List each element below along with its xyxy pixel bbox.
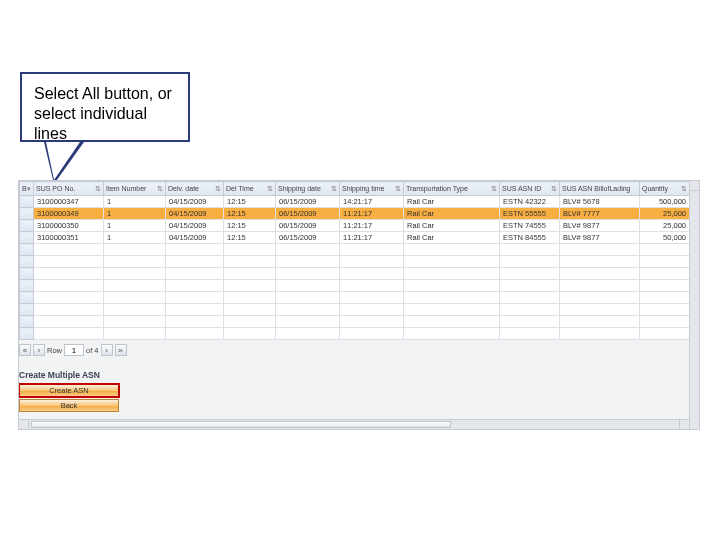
cell-item: 1 [104,208,166,220]
row-selector[interactable] [20,220,34,232]
empty-cell [640,268,690,280]
cell-deltime: 12:15 [224,208,276,220]
empty-cell [166,280,224,292]
empty-cell [104,304,166,316]
table-row[interactable]: 3100000350104/15/200912:1506/15/200911:2… [20,220,690,232]
pager-row-label: Row [47,346,62,355]
empty-cell [340,268,404,280]
cell-deltime: 12:15 [224,196,276,208]
empty-cell [224,292,276,304]
cell-qty: 500,000 [640,196,690,208]
table-row-empty [20,280,690,292]
col-bol-header[interactable]: SUS ASN BillofLading [560,182,640,196]
scroll-thumb[interactable] [31,421,451,428]
empty-cell [640,292,690,304]
empty-cell [500,268,560,280]
table-row[interactable]: 3100000351104/15/200912:1506/15/200911:2… [20,232,690,244]
empty-cell [404,268,500,280]
col-asnid-header[interactable]: SUS ASN ID⇅ [500,182,560,196]
row-selector[interactable] [20,208,34,220]
empty-cell [166,256,224,268]
pager-last[interactable]: » [115,344,127,356]
cell-deltime: 12:15 [224,220,276,232]
empty-cell [224,268,276,280]
empty-cell [34,292,104,304]
empty-cell [224,304,276,316]
scroll-left-icon[interactable] [19,420,29,429]
cell-delvdate: 04/15/2009 [166,208,224,220]
empty-cell [34,316,104,328]
col-delvdate-header[interactable]: Delv. date⇅ [166,182,224,196]
vertical-scrollbar[interactable] [689,181,699,429]
empty-cell [276,280,340,292]
callout-select-lines: Select All button, or select individual … [20,72,190,142]
col-transport-header[interactable]: Transportation Type⇅ [404,182,500,196]
pager-next[interactable]: › [101,344,113,356]
empty-cell [224,256,276,268]
empty-cell [500,256,560,268]
empty-cell [20,280,34,292]
empty-cell [34,268,104,280]
empty-cell [404,292,500,304]
pager-first[interactable]: « [19,344,31,356]
scroll-right-icon[interactable] [679,420,689,429]
cell-delvdate: 04/15/2009 [166,196,224,208]
col-shiptime-header[interactable]: Shipping time⇅ [340,182,404,196]
table-row-empty [20,328,690,340]
row-selector[interactable] [20,232,34,244]
cell-delvdate: 04/15/2009 [166,232,224,244]
empty-cell [34,244,104,256]
table-row-empty [20,244,690,256]
pager-prev[interactable]: ‹ [33,344,45,356]
table-row-empty [20,268,690,280]
cell-item: 1 [104,196,166,208]
empty-cell [340,280,404,292]
table-row[interactable]: 3100000347104/15/200912:1506/15/200914:2… [20,196,690,208]
empty-cell [166,304,224,316]
cell-transport: Rail Car [404,196,500,208]
empty-cell [20,268,34,280]
table-row[interactable]: 3100000349104/15/200912:1506/15/200911:2… [20,208,690,220]
empty-cell [560,316,640,328]
empty-cell [276,244,340,256]
empty-cell [560,304,640,316]
empty-cell [404,316,500,328]
cell-bol: BLV# 5678 [560,196,640,208]
po-lines-table: B▾ SUS PO No.⇅ Item Number⇅ Delv. date⇅ … [19,181,690,340]
scroll-up-icon[interactable] [690,181,699,191]
empty-cell [500,280,560,292]
empty-cell [166,292,224,304]
empty-cell [104,328,166,340]
col-shipdate-header[interactable]: Shipping date⇅ [276,182,340,196]
table-row-empty [20,316,690,328]
cell-shipdate: 06/15/2009 [276,220,340,232]
empty-cell [166,328,224,340]
pager-row-input[interactable] [64,344,84,356]
create-asn-button[interactable]: Create ASN [19,384,119,397]
empty-cell [340,328,404,340]
empty-cell [104,280,166,292]
cell-shiptime: 11:21:17 [340,220,404,232]
row-selector[interactable] [20,196,34,208]
col-item-header[interactable]: Item Number⇅ [104,182,166,196]
empty-cell [104,256,166,268]
col-deltime-header[interactable]: Del Time⇅ [224,182,276,196]
empty-cell [276,316,340,328]
cell-bol: BLV# 9877 [560,220,640,232]
table-row-empty [20,256,690,268]
empty-cell [500,328,560,340]
empty-cell [404,328,500,340]
select-all-button[interactable]: B▾ [20,182,34,196]
cell-bol: BLV# 9877 [560,232,640,244]
col-qty-header[interactable]: Quantity⇅ [640,182,690,196]
empty-cell [340,256,404,268]
col-po-header[interactable]: SUS PO No.⇅ [34,182,104,196]
empty-cell [224,280,276,292]
cell-shiptime: 14:21:17 [340,196,404,208]
empty-cell [166,268,224,280]
horizontal-scrollbar[interactable] [19,419,689,429]
empty-cell [166,316,224,328]
back-button[interactable]: Back [19,399,119,412]
empty-cell [20,316,34,328]
app-panel: B▾ SUS PO No.⇅ Item Number⇅ Delv. date⇅ … [18,180,700,430]
